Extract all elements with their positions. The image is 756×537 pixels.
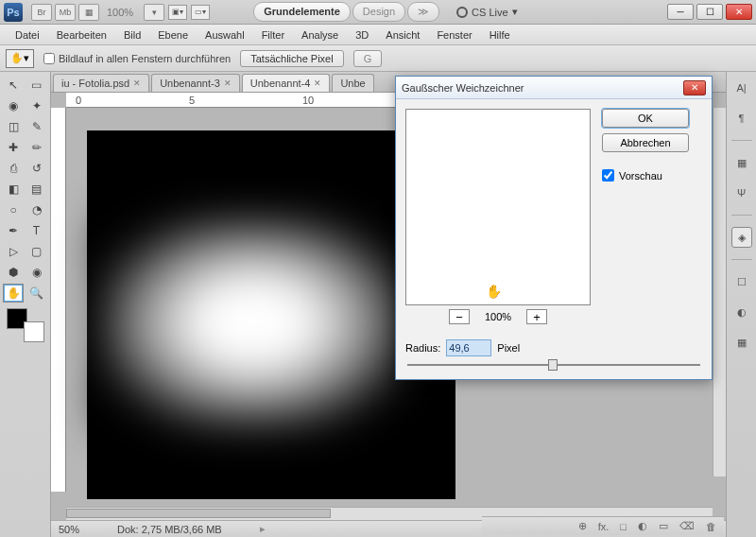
menu-ansicht[interactable]: Ansicht — [378, 27, 427, 43]
minibridge-button[interactable]: Mb — [55, 4, 76, 21]
maximize-button[interactable]: ☐ — [696, 4, 723, 20]
ok-button[interactable]: OK — [602, 109, 689, 128]
marquee-tool[interactable]: ▭ — [26, 76, 47, 95]
titlebar: Ps Br Mb ▦ 100% ▾ ▣▾ ▭▾ Grundelemente De… — [0, 0, 756, 25]
tab-unbenannt-4[interactable]: Unbenannt-4✕ — [242, 74, 331, 92]
close-icon[interactable]: ✕ — [133, 78, 141, 88]
tab-unbenannt-3[interactable]: Unbenannt-3✕ — [151, 74, 240, 92]
menu-auswahl[interactable]: Auswahl — [198, 27, 252, 43]
zoom-out-button[interactable]: − — [449, 309, 470, 324]
channels-panel-icon[interactable]: ☐ — [731, 271, 752, 292]
type-tool[interactable]: T — [26, 221, 47, 240]
eyedropper-tool[interactable]: ✎ — [26, 117, 47, 136]
status-doc: Dok: 2,75 MB/3,66 MB — [117, 524, 222, 535]
menu-filter[interactable]: Filter — [254, 27, 292, 43]
stamp-tool[interactable]: ⎙ — [3, 159, 24, 178]
layers-footer: ⊕ fx. □ ◐ ▭ ⌫ 🗑 — [482, 516, 724, 535]
menu-datei[interactable]: Datei — [8, 27, 47, 43]
menu-ebene[interactable]: Ebene — [150, 27, 196, 43]
history-brush-tool[interactable]: ↺ — [26, 159, 47, 178]
crop-tool[interactable]: ◫ — [3, 117, 24, 136]
hand-tool[interactable]: ✋ — [3, 284, 24, 303]
dodge-tool[interactable]: ◔ — [26, 200, 47, 219]
cancel-button[interactable]: Abbrechen — [602, 133, 689, 152]
mask-icon[interactable]: □ — [620, 521, 627, 532]
slider-thumb[interactable] — [548, 359, 558, 371]
tab-fotolia[interactable]: iu - Fotolia.psd✕ — [53, 74, 149, 92]
workspace-more[interactable]: ≫ — [407, 2, 439, 22]
workspace-design[interactable]: Design — [352, 2, 405, 22]
eraser-tool[interactable]: ◧ — [3, 180, 24, 199]
adjustment-icon[interactable]: ◐ — [638, 520, 647, 532]
close-button[interactable]: ✕ — [726, 4, 752, 20]
preview-zoom: 100% — [485, 311, 511, 322]
ruler-vertical — [51, 108, 66, 492]
menu-fenster[interactable]: Fenster — [429, 27, 479, 43]
hand-tool-icon[interactable]: ✋▾ — [6, 49, 34, 68]
options-bar: ✋▾ Bildlauf in allen Fenstern durchführe… — [0, 45, 756, 72]
menu-analyse[interactable]: Analyse — [294, 27, 346, 43]
radius-label: Radius: — [405, 342, 440, 354]
minimize-button[interactable]: ─ — [667, 4, 694, 20]
close-icon[interactable]: ✕ — [314, 78, 321, 88]
workspace-grundelemente[interactable]: Grundelemente — [253, 2, 351, 22]
radius-slider[interactable] — [407, 364, 700, 366]
fx-icon[interactable]: fx. — [598, 521, 610, 532]
menu-bild[interactable]: Bild — [116, 27, 148, 43]
menu-bearbeiten[interactable]: Bearbeiten — [49, 27, 114, 43]
adjustments-panel-icon[interactable]: ◐ — [731, 302, 752, 322]
screen-mode-button[interactable]: ▭▾ — [191, 5, 210, 20]
gaussian-blur-dialog: Gaußscher Weichzeichner ✕ ✋ − 100% + OK … — [395, 76, 713, 380]
color-swatches[interactable] — [7, 308, 44, 342]
lasso-tool[interactable]: ◉ — [3, 96, 24, 115]
move-tool[interactable]: ↖ — [3, 76, 24, 95]
styles-panel-icon[interactable]: Ψ — [731, 182, 752, 203]
scrollbar-vertical[interactable] — [713, 108, 726, 476]
status-zoom[interactable]: 50% — [59, 524, 79, 535]
dialog-title: Gaußscher Weichzeichner — [402, 82, 524, 94]
canvas-content — [102, 218, 404, 426]
preview-area[interactable]: ✋ — [405, 109, 591, 305]
menu-3d[interactable]: 3D — [348, 27, 376, 43]
trash-icon[interactable]: 🗑 — [706, 521, 716, 532]
arrange-button[interactable]: ▣▾ — [168, 5, 187, 20]
zoom-in-button[interactable]: + — [526, 309, 547, 324]
masks-panel-icon[interactable]: ▦ — [731, 332, 752, 353]
radius-input[interactable] — [446, 339, 491, 356]
healing-tool[interactable]: ✚ — [3, 138, 24, 157]
dialog-close-button[interactable]: ✕ — [683, 80, 706, 95]
path-tool[interactable]: ▷ — [3, 242, 24, 261]
layers-panel-icon[interactable]: ◈ — [731, 227, 752, 248]
type-panel-icon[interactable]: A| — [731, 78, 752, 98]
pen-tool[interactable]: ✒ — [3, 221, 24, 240]
close-icon[interactable]: ✕ — [224, 78, 232, 88]
paragraph-panel-icon[interactable]: ¶ — [731, 108, 752, 129]
link-icon[interactable]: ⊕ — [578, 520, 587, 532]
preview-checkbox[interactable]: Vorschau — [602, 169, 689, 182]
group-icon[interactable]: ▭ — [659, 520, 668, 532]
cslive-menu[interactable]: CS Live ▾ — [456, 6, 518, 18]
bridge-button[interactable]: Br — [31, 4, 52, 21]
new-layer-icon[interactable]: ⌫ — [679, 520, 695, 532]
menu-hilfe[interactable]: Hilfe — [482, 27, 518, 43]
actual-pixels-button[interactable]: Tatsächliche Pixel — [240, 50, 343, 67]
wand-tool[interactable]: ✦ — [26, 96, 47, 115]
scroll-all-checkbox[interactable]: Bildlauf in allen Fenstern durchführen — [43, 53, 231, 64]
zoom-level[interactable]: 100% — [107, 7, 133, 18]
3d-camera-tool[interactable]: ◉ — [26, 263, 47, 282]
gradient-tool[interactable]: ▤ — [26, 180, 47, 199]
hand-cursor-icon: ✋ — [486, 284, 502, 299]
view-extras-button[interactable]: ▦ — [78, 4, 99, 21]
zoom-tool[interactable]: 🔍 — [26, 284, 47, 303]
option-button-2[interactable]: G — [353, 50, 383, 67]
brush-tool[interactable]: ✏ — [26, 138, 47, 157]
tab-unbe[interactable]: Unbe — [332, 74, 373, 92]
shape-tool[interactable]: ▢ — [26, 242, 47, 261]
3d-tool[interactable]: ⬢ — [3, 263, 24, 282]
zoom-dropdown[interactable]: ▾ — [144, 4, 164, 21]
blur-tool[interactable]: ○ — [3, 200, 24, 219]
background-color[interactable] — [24, 321, 44, 342]
dialog-titlebar[interactable]: Gaußscher Weichzeichner ✕ — [396, 77, 712, 99]
radius-unit: Pixel — [497, 342, 520, 354]
swatches-panel-icon[interactable]: ▦ — [731, 152, 752, 173]
